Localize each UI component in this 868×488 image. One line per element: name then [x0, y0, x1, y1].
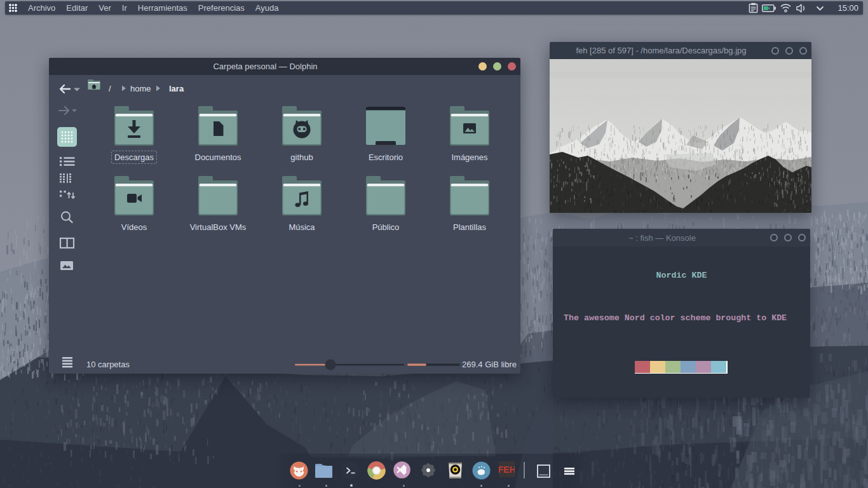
svg-text:269.4 GiB libre: 269.4 GiB libre — [462, 360, 517, 369]
svg-text:10 carpetas: 10 carpetas — [86, 360, 130, 369]
svg-text:lara: lara — [169, 84, 184, 93]
svg-text:/: / — [109, 84, 111, 93]
svg-text:home: home — [130, 84, 151, 93]
